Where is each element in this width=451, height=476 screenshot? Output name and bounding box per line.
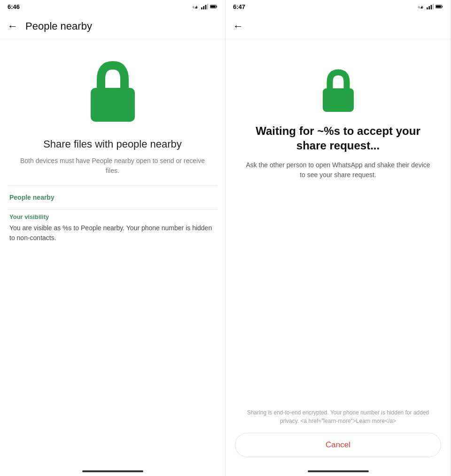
cancel-button[interactable]: Cancel [235,433,441,457]
signal-icon [201,4,208,9]
svg-rect-17 [428,6,430,9]
svg-rect-9 [217,6,217,7]
battery-icon [210,4,218,9]
svg-rect-21 [442,6,443,7]
svg-marker-14 [420,6,424,8]
svg-marker-3 [192,6,195,8]
people-nearby-section[interactable]: People nearby [0,186,225,209]
wifi-icon [191,4,199,9]
visibility-text: You are visible as %s to People nearby. … [9,223,216,243]
left-sub-text: Both devices must have People nearby ope… [0,156,225,185]
svg-rect-5 [203,6,204,9]
svg-rect-22 [436,6,441,8]
svg-marker-15 [417,6,420,8]
left-back-button[interactable]: ← [8,21,18,31]
battery-icon-right [435,4,443,9]
lock-icon-small [317,68,359,112]
svg-rect-16 [427,8,428,9]
svg-rect-7 [207,4,208,9]
right-home-indicator [308,470,369,472]
svg-rect-4 [201,8,202,9]
wifi-icon-right [417,4,424,9]
left-home-indicator [82,470,143,472]
left-phone-panel: 6:46 ← Peo [0,0,226,476]
left-lock-icon-container [0,39,225,133]
right-top-bar: ← [226,13,451,39]
signal-icon-right [426,4,434,9]
svg-rect-10 [210,6,216,8]
left-top-bar: ← People nearby [0,13,225,39]
lock-icon-large [82,58,143,124]
svg-rect-19 [433,4,434,9]
svg-rect-11 [91,88,135,122]
svg-rect-18 [431,5,432,9]
left-time: 6:46 [8,3,20,10]
left-main-heading: Share files with people nearby [0,133,225,156]
right-bottom-section: Sharing is end-to-end encrypted. Your ph… [226,408,451,457]
svg-rect-6 [205,5,207,9]
visibility-section: Your visibility You are visible as %s to… [0,210,225,250]
right-time: 6:47 [233,3,245,10]
waiting-sub-text: Ask the other person to open WhatsApp an… [226,160,451,180]
left-status-icons [191,4,218,9]
left-page-title: People nearby [25,20,92,32]
right-phone-panel: 6:47 ← [226,0,451,476]
right-status-bar: 6:47 [226,0,451,13]
left-content: Share files with people nearby Both devi… [0,39,225,476]
left-status-bar: 6:46 [0,0,225,13]
people-nearby-label: People nearby [9,194,54,201]
visibility-label: Your visibility [9,213,216,220]
right-back-button[interactable]: ← [233,21,243,31]
encrypted-text: Sharing is end-to-end encrypted. Your ph… [235,408,441,425]
right-status-icons [417,4,443,9]
right-lock-icon-container [226,39,451,124]
svg-rect-23 [323,88,354,112]
waiting-heading: Waiting for ~%s to accept your share req… [226,124,451,160]
svg-marker-2 [195,6,198,8]
